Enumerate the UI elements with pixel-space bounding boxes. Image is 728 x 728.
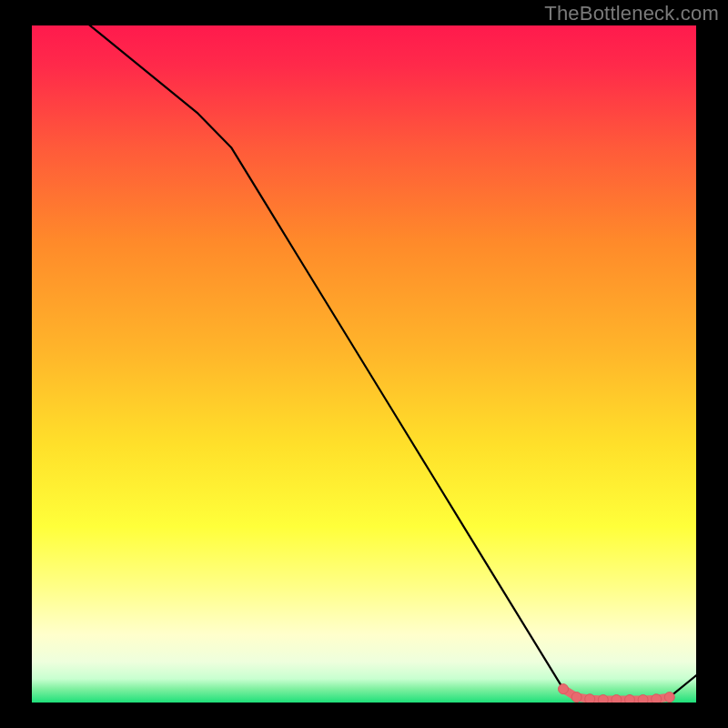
watermark-text: TheBottleneck.com <box>544 2 719 25</box>
highlight-marker <box>571 693 581 703</box>
highlight-marker <box>625 695 635 703</box>
highlight-marker <box>585 694 595 703</box>
highlight-marker <box>638 695 648 703</box>
chart-frame: TheBottleneck.com <box>0 0 728 728</box>
highlight-marker <box>664 693 674 703</box>
highlight-marker <box>559 684 569 694</box>
chart-svg <box>32 25 696 703</box>
highlight-marker <box>598 695 608 703</box>
highlight-marker <box>612 695 622 703</box>
highlight-marker <box>652 694 662 703</box>
plot-area <box>32 25 696 703</box>
